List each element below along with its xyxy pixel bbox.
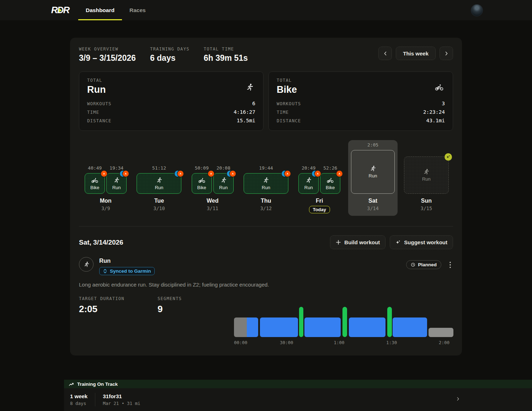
axis-tick: 2:00 [439,340,449,345]
total-time-label: TOTAL TIME [204,47,248,52]
race-countdown-sub: 8 days [70,401,87,406]
sport-name: Bike [277,84,445,95]
bike-workout-tile[interactable]: Bike [85,173,105,194]
next-week-button[interactable] [440,47,453,60]
planned-status-badge: Planned [406,260,441,269]
workout-title: Run [99,257,155,264]
axis-tick: 30:00 [280,340,293,345]
tile-sport-label: Run [304,185,313,190]
stat-label: WORKOUTS [277,101,301,106]
target-duration-label: TARGET DURATION [79,296,158,301]
week-overview-block: WEEK OVERVIEW 3/9 – 3/15/2026 [79,47,136,63]
tab-races[interactable]: Races [122,0,153,20]
selected-day-title: Sat, 3/14/2026 [79,239,123,246]
user-avatar[interactable] [471,4,483,16]
segment-warmup [234,317,247,337]
sport-totals-row: TOTAL Run WORKOUTS 6 TIME 4:16:27 DISTAN… [79,71,453,131]
tile-sport-label: Run [262,185,270,190]
detail-actions: Build workout Suggest workout [330,235,453,249]
stat-value: 3 [442,101,445,106]
run-workout-tile[interactable]: Run [244,173,288,194]
day-date: 3/14 [367,206,379,211]
bike-workout-tile[interactable]: Bike [192,173,212,194]
stat-value: 43.1mi [426,118,445,123]
day-column-tue: 51:12RunTue3/10 [132,140,186,216]
run-workout-tile[interactable]: Run [137,173,181,194]
run-workout-tile[interactable]: Run [404,156,449,194]
tile-sport-label: Run [155,185,163,190]
tile-sport-label: Bike [90,185,99,190]
stat-label: WORKOUTS [87,101,111,106]
planned-label: Planned [418,262,437,267]
training-days-block: TRAINING DAYS 6 days [150,47,190,63]
week-calendar: 40:49Bike19:34RunMon3/951:12RunTue3/1050… [79,140,453,216]
segment-axis: 00:0030:001:001:302:00 [234,340,454,346]
build-workout-button[interactable]: Build workout [330,235,385,249]
race-card[interactable]: 1 week 8 days 31for31 Mar 21 • 31 mi [64,388,532,411]
stat-row: WORKOUTS 6 [87,101,255,109]
race-next-button[interactable] [456,396,460,403]
sync-badges [175,171,183,177]
nav-tabs: Dashboard Races [78,0,153,20]
training-status-label: Training On Track [77,381,118,387]
sport-name: Run [87,84,255,95]
sync-badges [312,171,321,177]
day-name: Tue [154,198,164,204]
stat-value: 6 [252,101,255,106]
run-workout-tile[interactable]: Run [351,150,395,194]
race-countdown: 1 week 8 days [70,393,87,406]
workout-info: Run Synced to Garmin [99,257,155,275]
target-duration-block: TARGET DURATION 2:05 [79,296,158,315]
segment-steady [260,317,298,337]
bike-icon [435,83,443,92]
run-workout-tile[interactable]: Run [106,173,127,194]
week-range: 3/9 – 3/15/2026 [79,53,136,63]
race-info: 31for31 Mar 21 • 31 mi [103,393,140,406]
day-column-sat: 2:05RunSat3/14 [346,140,399,216]
day-name: Mon [100,198,112,204]
day-date: 3/11 [207,206,218,211]
run-icon [423,169,430,175]
stat-label: DISTANCE [87,118,111,123]
race-countdown-panel: Training On Track 1 week 8 days 31for31 … [64,380,532,411]
app-logo[interactable]: RDR [50,5,70,16]
bike-icon [198,177,205,184]
kebab-menu-icon [449,262,451,268]
this-week-button[interactable]: This week [396,47,436,60]
strava-badge-icon [208,171,214,177]
run-stats: WORKOUTS 6 TIME 4:16:27 DISTANCE 15.5mi [87,101,255,126]
suggest-workout-button[interactable]: Suggest workout [390,235,453,249]
training-days-label: TRAINING DAYS [150,47,190,52]
workout-menu-button[interactable] [447,261,453,269]
run-icon [369,165,376,172]
run-workout-tile[interactable]: Run [213,173,234,194]
axis-tick: 00:00 [234,340,248,345]
stat-row: DISTANCE 43.1mi [277,118,445,126]
sync-badges [227,171,236,177]
sparkles-icon [395,240,401,245]
run-workout-tile[interactable]: Run [298,173,319,194]
day-column-wed: 50:09Bike20:08RunWed3/11 [186,140,239,216]
tab-dashboard[interactable]: Dashboard [78,0,122,20]
day-name: Fri [316,198,323,204]
bike-icon [327,177,334,184]
workout-duration: 20:49 [302,165,315,171]
strava-badge-icon [177,171,183,177]
segment-interval [342,307,347,337]
bike-workout-tile[interactable]: Bike [320,173,340,194]
day-date: 3/9 [101,206,110,211]
total-time-value: 6h 39m 51s [204,53,248,63]
week-header: WEEK OVERVIEW 3/9 – 3/15/2026 TRAINING D… [79,47,453,63]
stat-value: 2:23:24 [423,109,445,115]
selected-day-card[interactable]: 2:05RunSat3/14 [348,140,398,216]
week-overview-label: WEEK OVERVIEW [79,47,136,52]
day-name: Thu [261,198,271,204]
bike-stats: WORKOUTS 3 TIME 2:23:24 DISTANCE 43.1mi [277,101,445,126]
prev-week-button[interactable] [378,47,392,60]
stat-row: WORKOUTS 3 [277,101,445,109]
tile-sport-label: Run [219,185,228,190]
workout-duration: 50:09 [195,165,209,171]
segment-interval [387,307,392,337]
target-duration-value: 2:05 [79,304,158,315]
bike-icon [91,177,98,184]
